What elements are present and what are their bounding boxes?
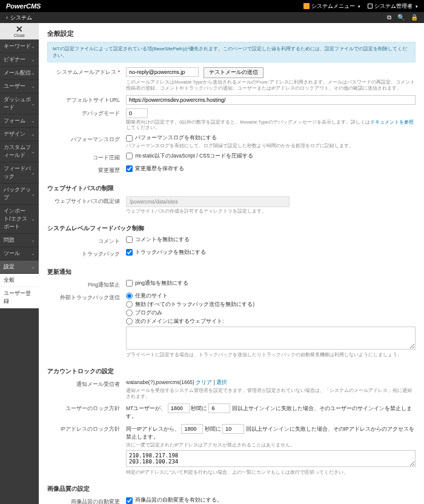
admin-user-dropdown[interactable]: システム管理者 [368, 2, 418, 10]
chevron-down-icon: ⌄ [31, 264, 35, 270]
sidebar-item[interactable]: デザイン⌄ [0, 128, 39, 141]
sidebar-item[interactable]: ビギナー⌄ [0, 53, 39, 67]
minify-label: コード圧縮 [47, 153, 126, 162]
ext-tb-domain-textarea[interactable] [126, 327, 416, 350]
breadcrumb-title: システム [10, 14, 32, 22]
siteurl-input[interactable] [126, 95, 416, 105]
trackback-label: トラックバック [47, 249, 126, 258]
lock-clear-link[interactable]: クリア [196, 379, 212, 385]
lock-notify-label: 通知メール受信者 [47, 379, 126, 388]
img-auto-label: 画像品質の自動変更 [47, 497, 126, 504]
brand-logo[interactable]: PowerCMS [6, 2, 41, 10]
close-icon: ✕ [0, 25, 39, 33]
ping-label: Ping通知禁止 [47, 280, 126, 289]
user-lock-label: ユーザーのロック方針 [47, 403, 126, 413]
info-banner: MTの設定ファイルによって設定されている項(BaseSitePath)が優先され… [47, 42, 416, 62]
debug-label: デバッグモード [47, 108, 126, 118]
ip-lock-label: IPアドレスのロック方針 [47, 424, 126, 433]
sidebar: ✕ Close キーワード⌄ ビギナー⌄ メール配信⌄ ユーザー⌄ ダッシュボー… [0, 23, 39, 504]
img-title: 画像品質の設定 [47, 485, 416, 493]
chevron-down-icon [414, 3, 418, 9]
ext-tb-radio-any[interactable] [126, 293, 133, 299]
lock-notify-value: watanabe(?),powercms(1665) [126, 379, 194, 385]
close-button[interactable]: ✕ Close [0, 23, 39, 40]
comment-label: コメント [47, 236, 126, 245]
user-icon [368, 4, 373, 8]
debug-input[interactable] [126, 108, 148, 118]
admin-user-label: システム管理者 [374, 2, 412, 10]
trackback-disable-checkbox[interactable] [126, 249, 133, 256]
comment-disable-checkbox[interactable] [126, 236, 133, 243]
chevron-down-icon: ⌄ [31, 170, 35, 176]
chevron-left-icon[interactable]: ‹ [6, 15, 8, 21]
sidebar-sub-general[interactable]: 全般 [0, 274, 39, 287]
email-input[interactable] [126, 67, 199, 77]
chevron-down-icon: ⌄ [31, 57, 35, 62]
debug-doc-link[interactable]: ドキュメントを参照 [370, 119, 414, 125]
ext-tb-radio-none[interactable] [126, 301, 133, 308]
ip-whitelist-textarea[interactable]: 210.198.217.198 203.180.100.234 [126, 450, 416, 467]
sidebar-item[interactable]: ツール⌄ [0, 247, 39, 260]
perflog-hint: パフォーマンスログを有効にして、ログ閾値で設定した秒数より時間のかかる処理をログ… [126, 143, 416, 149]
ext-tb-radio-blog[interactable] [126, 310, 133, 316]
email-hint: このメールアドレスはMovable Typeから送信されるメールの'From:'… [126, 79, 416, 91]
sidebar-item[interactable]: ダッシュボード⌄ [0, 93, 39, 114]
topbar: PowerCMS システムメニュー システム管理者 [0, 0, 424, 12]
user-lock-seconds-input[interactable] [168, 403, 190, 413]
system-menu-dropdown[interactable]: システムメニュー [303, 2, 360, 10]
siteurl-label: デフォルトサイトURL [47, 95, 126, 104]
chevron-down-icon: ⌄ [31, 237, 35, 243]
sidebar-item[interactable]: 問題⌄ [0, 234, 39, 247]
search-icon[interactable]: 🔍 [397, 14, 405, 21]
lock-select-link[interactable]: 選択 [216, 379, 227, 385]
page-title: 全般設定 [47, 29, 416, 38]
chevron-down-icon: ⌄ [31, 44, 35, 49]
lock-icon[interactable]: 🔒 [411, 14, 418, 21]
chevron-down-icon: ⌄ [31, 149, 35, 154]
chevron-down-icon [357, 3, 360, 9]
sidebar-item[interactable]: ユーザー⌄ [0, 80, 39, 93]
perflog-checkbox[interactable] [126, 135, 133, 142]
chevron-down-icon: ⌄ [31, 118, 35, 124]
debug-hint: 開発者向けの設定です。0以外の数字を設定すると、Movable Typeのデバッ… [126, 119, 416, 131]
flag-icon [303, 3, 310, 9]
feedback-title: システムレベルフィードバック制御 [47, 224, 416, 233]
ping-disable-checkbox[interactable] [126, 280, 133, 287]
breadcrumb-bar: ‹ システム ⧉ 🔍 🔒 [0, 12, 424, 23]
sidebar-item-settings[interactable]: 設定⌄ [0, 260, 39, 274]
sidebar-item[interactable]: インポート/エクスポート⌄ [0, 205, 39, 234]
sidebar-item[interactable]: メール配信⌄ [0, 67, 39, 80]
lock-notify-hint: 通知メールを受信するシステム管理者を設定できます。管理者が設定されていない場合は… [126, 388, 416, 400]
sidebar-item[interactable]: カスタムフィールド⌄ [0, 141, 39, 162]
email-label: システムメールアドレス [47, 67, 126, 76]
chevron-down-icon: ⌄ [31, 101, 35, 107]
chevron-down-icon: ⌄ [31, 251, 35, 256]
sidebar-sub-userreg[interactable]: ユーザー登録 [0, 287, 39, 308]
main-content: 全般設定 MTの設定ファイルによって設定されている項(BaseSitePath)… [39, 23, 424, 504]
chevron-down-icon: ⌄ [31, 131, 35, 137]
external-link-icon[interactable]: ⧉ [387, 14, 391, 21]
img-auto-checkbox[interactable] [126, 497, 133, 504]
sidebar-item[interactable]: バックアップ⌄ [0, 184, 39, 205]
minify-checkbox[interactable] [126, 153, 133, 159]
wspath-title: ウェブサイトパスの制限 [47, 184, 416, 193]
send-test-mail-button[interactable]: テストメールの送信 [204, 67, 263, 78]
chevron-down-icon: ⌄ [31, 216, 35, 222]
lock-title: アカウントロックの設定 [47, 367, 416, 376]
wspath-value: /powercms/data/sites [126, 196, 290, 207]
update-title: 更新通知 [47, 268, 416, 276]
history-label: 変更履歴 [47, 165, 126, 174]
ip-lock-seconds-input[interactable] [181, 424, 203, 434]
chevron-down-icon: ⌄ [31, 84, 35, 89]
user-lock-count-input[interactable] [208, 403, 230, 413]
perflog-label: パフォーマンスログ [47, 134, 126, 144]
ip-lock-hint: 次に一度で設定されたIPアドレスはアクセスが禁止されることはありません。 [126, 442, 416, 448]
sidebar-item[interactable]: フォーム⌄ [0, 114, 39, 128]
history-checkbox[interactable] [126, 165, 133, 172]
wspath-hint: ウェブサイトパスの作成を許可するディレクトリを設定します。 [126, 208, 416, 214]
ext-tb-radio-domain[interactable] [126, 318, 133, 325]
sidebar-item[interactable]: フィードバック⌄ [0, 162, 39, 184]
ip-lock-count-input[interactable] [222, 424, 244, 434]
chevron-down-icon: ⌄ [31, 70, 35, 76]
sidebar-item[interactable]: キーワード⌄ [0, 40, 39, 53]
